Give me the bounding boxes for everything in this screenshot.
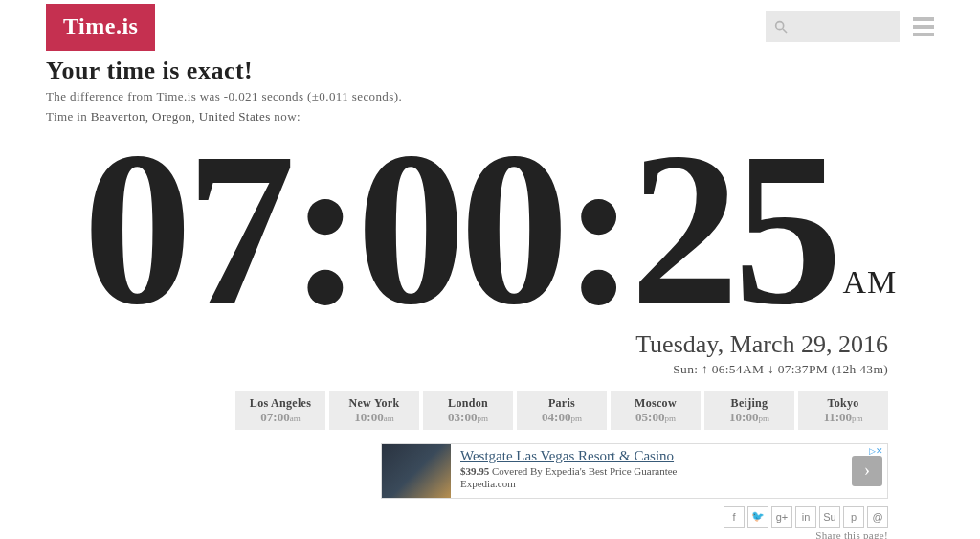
city-time: 03:00pm: [427, 410, 509, 425]
logo[interactable]: Time.is: [46, 4, 155, 51]
city-item[interactable]: London03:00pm: [423, 391, 513, 430]
twitter-icon[interactable]: 🐦: [747, 506, 768, 528]
city-time: 10:00pm: [708, 410, 791, 425]
city-name: New York: [333, 396, 415, 410]
sun-info: Sun: ↑ 06:54AM ↓ 07:37PM (12h 43m): [46, 362, 934, 377]
city-name: Los Angeles: [239, 396, 322, 410]
city-time: 04:00pm: [521, 410, 603, 425]
city-list: Los Angeles07:00am New York10:00am Londo…: [46, 391, 934, 430]
search-input[interactable]: [766, 11, 900, 42]
city-name: Beijing: [708, 396, 791, 410]
clock: 07:00:25AM: [46, 120, 934, 338]
ad-source: Expedia.com: [460, 478, 837, 489]
city-name: Moscow: [614, 396, 697, 410]
email-icon[interactable]: @: [867, 506, 888, 528]
city-time: 07:00am: [239, 410, 322, 425]
city-item[interactable]: Paris04:00pm: [517, 391, 607, 430]
city-name: Paris: [521, 396, 603, 410]
city-item[interactable]: Moscow05:00pm: [611, 391, 701, 430]
facebook-icon[interactable]: f: [724, 506, 745, 528]
city-item[interactable]: Los Angeles07:00am: [235, 391, 325, 430]
content: Your time is exact! The difference from …: [0, 51, 980, 539]
city-time: 11:00pm: [802, 410, 884, 425]
city-time: 05:00pm: [614, 410, 697, 425]
share-label: Share this page!: [46, 529, 934, 539]
city-name: London: [427, 396, 509, 410]
ad-banner[interactable]: ▷✕ Westgate Las Vegas Resort & Casino $3…: [381, 443, 888, 499]
search-icon: [773, 19, 789, 34]
header-right: [766, 11, 934, 42]
menu-icon[interactable]: [913, 17, 934, 36]
adchoices-icon[interactable]: ▷✕: [869, 446, 883, 456]
city-time: 10:00am: [333, 410, 415, 425]
googleplus-icon[interactable]: g+: [771, 506, 792, 528]
stumbleupon-icon[interactable]: Su: [819, 506, 840, 528]
linkedin-icon[interactable]: in: [795, 506, 816, 528]
share-row: f 🐦 g+ in Su p @: [46, 506, 934, 528]
clock-time: 07:00:25: [83, 120, 837, 338]
city-item[interactable]: New York10:00am: [329, 391, 419, 430]
ad-image: [382, 444, 451, 498]
headline: Your time is exact!: [46, 56, 934, 85]
sync-difference: The difference from Time.is was -0.021 s…: [46, 87, 934, 107]
svg-point-0: [776, 22, 784, 30]
ad-title[interactable]: Westgate Las Vegas Resort & Casino: [460, 448, 837, 464]
header: Time.is: [0, 0, 980, 51]
pinterest-icon[interactable]: p: [843, 506, 864, 528]
ad-text: Westgate Las Vegas Resort & Casino $39.9…: [451, 444, 847, 498]
city-item[interactable]: Beijing10:00pm: [704, 391, 794, 430]
city-item[interactable]: Tokyo11:00pm: [798, 391, 888, 430]
clock-ampm: AM: [843, 264, 898, 300]
ad-subtitle: $39.95 Covered By Expedia's Best Price G…: [460, 465, 837, 477]
city-name: Tokyo: [802, 396, 884, 410]
chevron-right-icon: ›: [852, 456, 882, 486]
svg-line-1: [783, 29, 787, 33]
